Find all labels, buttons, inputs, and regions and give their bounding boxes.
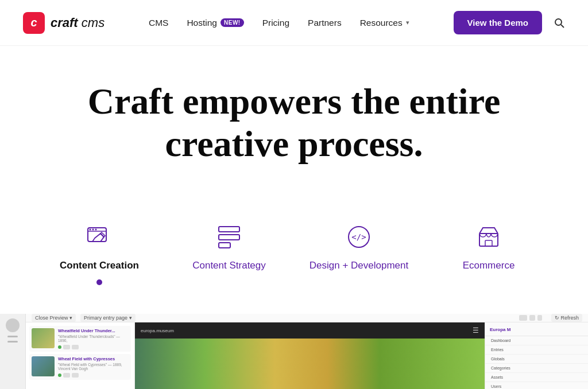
nav-hosting[interactable]: Hosting New! (187, 18, 243, 28)
feature-content-strategy[interactable]: Content Strategy (164, 216, 294, 291)
mock-sidebar-assets: Assets (485, 373, 588, 382)
mock-preview-panel: europa.museum ☰ ncent Van Gogh "Wheat wi… (135, 322, 485, 389)
mock-right-panel: Europa M Dashboard Entries Globals Categ… (485, 322, 588, 389)
search-button[interactable] (554, 17, 565, 29)
mock-asset-title-2: Wheat Field with Cypresses (58, 356, 129, 361)
mock-asset-text-1: Wheatfield Under Thunder... "Wheatfield … (58, 328, 129, 349)
design-dev-icon: </> (344, 222, 374, 252)
mock-asset-text-2: Wheat Field with Cypresses "Wheat Field … (58, 356, 129, 378)
nav-pricing[interactable]: Pricing (262, 18, 289, 28)
svg-line-1 (561, 25, 564, 28)
mock-right-header: Europa M (485, 327, 588, 336)
mock-sidebar-categories: Categories (485, 364, 588, 373)
mock-asset-item-1: Wheatfield Under Thunder... "Wheatfield … (29, 326, 131, 352)
active-indicator (96, 279, 102, 285)
feature-design-dev[interactable]: </> Design + Development (294, 216, 424, 291)
mock-asset-actions-1 (58, 345, 129, 349)
svg-rect-12 (479, 234, 498, 246)
mock-main-panel: Close Preview ▾ Primary entry page ▾ ↻ R… (26, 314, 588, 389)
ecommerce-icon (474, 222, 504, 252)
feature-content-creation[interactable]: Content Creation (34, 216, 164, 291)
mock-preview-bar: europa.museum ☰ (135, 322, 485, 339)
svg-point-5 (92, 229, 94, 231)
content-strategy-label: Content Strategy (192, 260, 266, 271)
svg-point-4 (90, 229, 91, 231)
mock-toolbar: Close Preview ▾ Primary entry page ▾ ↻ R… (26, 314, 588, 322)
logo-text: craft cms (51, 15, 105, 30)
mock-asset-sub-2: "Wheat Field with Cypresses" — 1889, Vin… (58, 363, 129, 371)
mock-user-avatar (6, 318, 20, 332)
screenshot-section: Close Preview ▾ Primary entry page ▾ ↻ R… (0, 314, 588, 389)
mock-sidebar-entries: Entries (485, 345, 588, 355)
mock-asset-item-2: Wheat Field with Cypresses "Wheat Field … (29, 354, 131, 380)
mock-sidebar-dashboard: Dashboard (485, 336, 588, 345)
mock-asset-list: Wheatfield Under Thunder... "Wheatfield … (26, 322, 135, 389)
mock-thumb-2 (32, 356, 55, 376)
logo[interactable]: c craft cms (23, 12, 105, 34)
mock-left-sidebar (0, 314, 26, 389)
logo-icon: c (23, 12, 45, 34)
svg-point-6 (95, 229, 97, 231)
svg-rect-8 (219, 235, 239, 240)
new-badge: New! (220, 18, 244, 27)
header-actions: View the Demo (454, 11, 565, 34)
mock-sidebar-users: Users (485, 382, 588, 389)
feature-ecommerce[interactable]: Ecommerce (424, 216, 554, 291)
svg-rect-13 (485, 240, 492, 246)
content-strategy-icon (214, 222, 244, 252)
content-creation-label: Content Creation (60, 260, 139, 271)
content-creation-icon (84, 222, 114, 252)
main-nav: CMS Hosting New! Pricing Partners Resour… (149, 18, 409, 28)
mock-sidebar-globals: Globals (485, 355, 588, 364)
nav-resources[interactable]: Resources ▾ (360, 18, 409, 28)
mock-entry-type: Primary entry page ▾ (80, 314, 136, 322)
search-icon (554, 17, 565, 29)
svg-rect-7 (219, 227, 239, 232)
mock-preview-url: europa.museum (141, 328, 174, 333)
view-demo-button[interactable]: View the Demo (454, 11, 542, 34)
svg-text:</>: </> (351, 232, 366, 242)
features-tabs: Content Creation Content Strategy </> De… (0, 211, 588, 314)
design-dev-label: Design + Development (310, 260, 408, 271)
svg-rect-9 (219, 243, 230, 248)
mock-thumb-1 (32, 328, 55, 348)
mock-asset-actions-2 (58, 373, 129, 378)
mock-content-area: Wheatfield Under Thunder... "Wheatfield … (26, 322, 588, 389)
dropdown-arrow: ▾ (406, 19, 409, 26)
mock-preview-image: ncent Van Gogh "Wheat with Cypresses" — … (135, 339, 485, 389)
ecommerce-label: Ecommerce (463, 260, 515, 271)
svg-point-0 (555, 19, 562, 25)
hero-section: Craft empowers the entire creative proce… (0, 46, 588, 211)
nav-partners[interactable]: Partners (308, 18, 342, 28)
mock-close-preview: Close Preview ▾ (32, 314, 76, 322)
mock-asset-title-1: Wheatfield Under Thunder... (58, 328, 129, 333)
hero-headline: Craft empowers the entire creative proce… (87, 80, 501, 165)
nav-cms[interactable]: CMS (149, 18, 168, 28)
mock-refresh: ↻ Refresh (551, 314, 582, 322)
mock-asset-sub-1: "Wheatfield Under Thunderclouds" — 1890, (58, 334, 129, 343)
